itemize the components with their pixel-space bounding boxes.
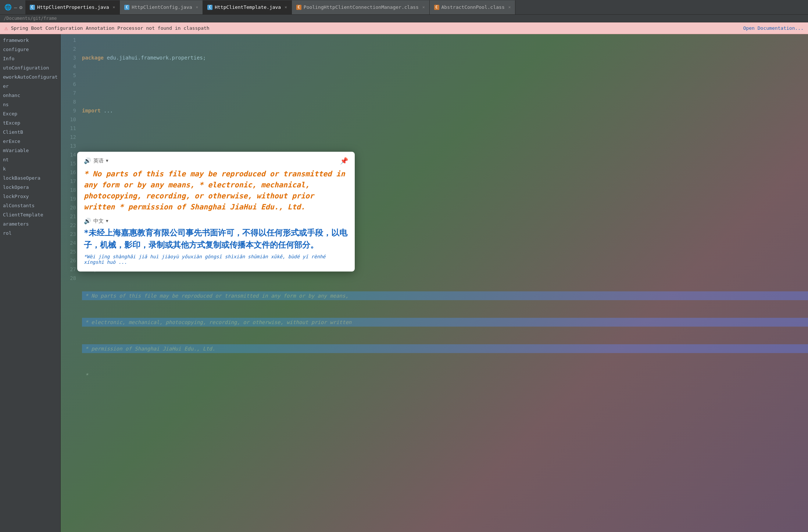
line-numbers: 1 2 3 4 5 6 7 8 9 10 11 12 13 14 15 16 1 <box>61 34 79 532</box>
line-num-20: 20 <box>61 203 76 212</box>
speaker-icon-target[interactable]: 🔊 <box>84 218 91 224</box>
line-num-25: 25 <box>61 247 76 256</box>
sidebar-item-nt[interactable]: nt <box>0 155 60 164</box>
sidebar-item-label: ClientB <box>3 129 23 135</box>
line-num-12: 12 <box>61 133 76 141</box>
code-line-19 <box>82 529 808 532</box>
sidebar-item-networkautoconfig[interactable]: eworkAutoConfigurat <box>0 72 60 82</box>
sidebar-item-label: erExce <box>3 139 20 144</box>
sidebar-item-texcep[interactable]: tExcep <box>0 118 60 127</box>
code-line-10: * No parts of this file may be reproduce… <box>82 291 808 300</box>
code-line-15 <box>82 424 808 432</box>
tab-close-3[interactable]: ✕ <box>285 5 287 10</box>
line-num-5: 5 <box>61 71 76 80</box>
sidebar-item-configure[interactable]: configure <box>0 45 60 54</box>
sidebar-item-label: er <box>3 83 9 89</box>
line-num-3: 3 <box>61 53 76 62</box>
sidebar-item-erexce[interactable]: erExce <box>0 137 60 146</box>
line-num-15: 15 <box>61 159 76 168</box>
line-num-18: 18 <box>61 186 76 194</box>
line-num-17: 17 <box>61 177 76 186</box>
sidebar-item-k[interactable]: k <box>0 164 60 173</box>
sidebar-item-info[interactable]: Info <box>0 54 60 63</box>
line-num-16: 16 <box>61 168 76 177</box>
sidebar-item-rol[interactable]: rol <box>0 229 60 238</box>
sidebar-item-label: lockBaseOpera <box>3 175 40 181</box>
tab-close-1[interactable]: ✕ <box>113 5 115 10</box>
sidebar-item-label: ns <box>3 102 9 107</box>
sidebar-item-nmvariable[interactable]: mVariable <box>0 146 60 155</box>
tab-icon-5: C <box>434 5 439 10</box>
tab-label-5: AbstractConnPool.class <box>441 4 505 10</box>
dropdown-icon[interactable]: ▼ <box>106 158 108 163</box>
line-num-23: 23 <box>61 230 76 238</box>
code-line-18 <box>82 503 808 512</box>
sidebar-item-ns[interactable]: ns <box>0 100 60 109</box>
code-line-4 <box>82 133 808 141</box>
sidebar-item-lockbaseopera[interactable]: lockBaseOpera <box>0 173 60 183</box>
sidebar: framework configure Info utoConfiguratio… <box>0 34 61 532</box>
pin-icon[interactable]: 📌 <box>340 157 348 165</box>
line-num-10: 10 <box>61 115 76 124</box>
line-num-24: 24 <box>61 238 76 247</box>
code-line-1: package edu.jiahui.framework.properties; <box>82 53 808 62</box>
breadcrumb: /Documents/git/frame <box>0 15 808 22</box>
line-num-11: 11 <box>61 124 76 133</box>
tab-poolinghttpclient[interactable]: C PoolingHttpClientConnectionManager.cla… <box>292 0 430 14</box>
tab-icon-3: C <box>207 5 212 10</box>
line-num-27: 27 <box>61 265 76 274</box>
source-language-label[interactable]: 🔊 英语 ▼ <box>84 157 108 164</box>
editor-area[interactable]: 1 2 3 4 5 6 7 8 9 10 11 12 13 14 15 16 1 <box>61 34 808 532</box>
open-documentation-link[interactable]: Open Documentation... <box>743 25 804 31</box>
settings-icon[interactable]: ⚙ <box>19 4 22 10</box>
line-num-22: 22 <box>61 221 76 230</box>
sidebar-item-label: framework <box>3 37 29 43</box>
tab-label-3: HttpClientTemplate.java <box>215 4 281 10</box>
line-num-13: 13 <box>61 141 76 150</box>
notification-bar: ⚠ Spring Boot Configuration Annotation P… <box>0 22 808 34</box>
sidebar-item-clientb[interactable]: ClientB <box>0 127 60 137</box>
sidebar-item-label: lockOpera <box>3 184 29 190</box>
sidebar-item-label: alConstants <box>3 203 35 208</box>
line-num-19: 19 <box>61 194 76 203</box>
sidebar-item-autoconfiguration[interactable]: utoConfiguration <box>0 63 60 72</box>
sidebar-item-lockopera[interactable]: lockOpera <box>0 183 60 192</box>
sidebar-item-framework[interactable]: framework <box>0 36 60 45</box>
globe-icon[interactable]: 🌐 <box>4 4 12 11</box>
dropdown-icon-2[interactable]: ▼ <box>106 219 108 223</box>
tab-abstractconnpool[interactable]: C AbstractConnPool.class ✕ <box>430 0 516 14</box>
line-num-9: 9 <box>61 106 76 115</box>
line-num-8: 8 <box>61 97 76 106</box>
popup-header: 🔊 英语 ▼ 📌 <box>84 157 348 165</box>
minimize-icon[interactable]: — <box>14 4 17 10</box>
tab-icon-4: C <box>296 5 301 10</box>
code-content: package edu.jiahui.framework.properties;… <box>79 34 808 532</box>
tab-httpclientproperties[interactable]: C HttpClientProperties.java ✕ <box>25 0 120 14</box>
sidebar-item-label: eworkAutoConfigurat <box>3 74 58 80</box>
line-num-2: 2 <box>61 44 76 53</box>
warning-icon: ⚠ <box>4 25 8 32</box>
sidebar-item-label: ClientTemplate <box>3 212 43 218</box>
tab-close-2[interactable]: ✕ <box>196 5 199 10</box>
sidebar-item-parameters[interactable]: arameters <box>0 219 60 229</box>
code-line-17 <box>82 477 808 485</box>
tab-httpclienttemplate[interactable]: C HttpClientTemplate.java ✕ <box>203 0 292 14</box>
sidebar-item-onhane[interactable]: onhanc <box>0 91 60 100</box>
chinese-section: 🔊 中文 ▼ *未经上海嘉惠教育有限公司事先书面许可，不得以任何形式或手段，以电… <box>84 218 348 265</box>
line-num-1: 1 <box>61 36 76 44</box>
tab-close-4[interactable]: ✕ <box>422 5 425 10</box>
speaker-icon-source[interactable]: 🔊 <box>84 157 91 164</box>
original-translated-text: * No parts of this file may be reproduce… <box>84 168 348 212</box>
sidebar-item-clienttemplate[interactable]: ClientTemplate <box>0 210 60 219</box>
tab-close-5[interactable]: ✕ <box>508 5 511 10</box>
line-num-7: 7 <box>61 89 76 97</box>
sidebar-item-lockproxy[interactable]: lockProxy <box>0 192 60 201</box>
translation-popup: 🔊 英语 ▼ 📌 * No parts of this file may be … <box>77 152 355 272</box>
sidebar-item-er[interactable]: er <box>0 82 60 91</box>
sidebar-item-alconstants[interactable]: alConstants <box>0 201 60 210</box>
target-language-label[interactable]: 🔊 中文 ▼ <box>84 218 348 224</box>
code-line-13: * <box>82 371 808 380</box>
pinyin-text: *Wèi jīng shànghǎi jiā huì jiàoyù yǒuxià… <box>84 254 348 265</box>
tab-httpclientconfig[interactable]: C HttpClientConfig.java ✕ <box>120 0 203 14</box>
sidebar-item-excep[interactable]: Excep <box>0 109 60 118</box>
